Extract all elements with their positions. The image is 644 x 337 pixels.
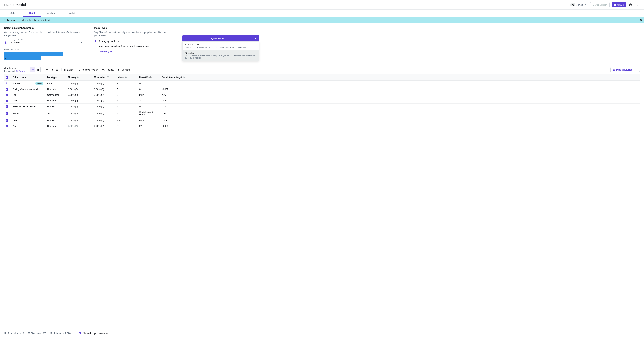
sigma-icon: Σ bbox=[118, 68, 120, 71]
header-data-type[interactable]: Data type bbox=[46, 74, 67, 80]
grid-view-button[interactable] bbox=[35, 67, 40, 72]
replace-button[interactable]: Replace bbox=[102, 68, 114, 71]
table-header: Column name↓ Data type Missingi Mismatch… bbox=[4, 74, 640, 80]
info-icon: i bbox=[124, 76, 126, 78]
target-icon bbox=[4, 41, 7, 44]
row-checkbox[interactable]: ✓ bbox=[6, 88, 8, 90]
cell-corr: -- bbox=[160, 80, 640, 86]
banner-close-button[interactable]: ✕ bbox=[640, 18, 642, 22]
header-mean-mode[interactable]: Mean / Mode bbox=[138, 74, 160, 80]
pencil-icon[interactable] bbox=[25, 70, 28, 72]
lightbulb-icon bbox=[94, 40, 97, 42]
remove-rows-button[interactable]: Remove rows by bbox=[78, 68, 98, 71]
model-type-desc: SageMaker Canvas automatically recommend… bbox=[94, 31, 169, 37]
add-version-button[interactable]: ⊕ Add version bbox=[590, 2, 610, 7]
search-button[interactable] bbox=[51, 68, 53, 71]
sort-button[interactable] bbox=[56, 68, 58, 71]
extract-icon bbox=[64, 68, 66, 71]
data-visualizer-button[interactable]: Data visualizer bbox=[610, 67, 634, 72]
dropdown-option-standard[interactable]: Standard build Choose accuracy over spee… bbox=[182, 42, 258, 50]
cell-corr: N/A bbox=[160, 92, 640, 98]
tab-analyze[interactable]: Analyze bbox=[41, 10, 62, 17]
row-checkbox[interactable]: ✓ bbox=[6, 112, 8, 115]
cell-mean: 0 bbox=[138, 80, 160, 86]
more-button[interactable] bbox=[635, 2, 640, 7]
svg-rect-28 bbox=[613, 70, 614, 70]
build-button-label: Quick build bbox=[182, 35, 252, 41]
svg-point-27 bbox=[102, 68, 104, 70]
history-button[interactable] bbox=[628, 2, 633, 7]
header-unique[interactable]: Uniquei bbox=[115, 74, 138, 80]
extract-button[interactable]: Extract bbox=[64, 68, 74, 71]
data-section: titanic.csv Full dataset: 887 rows bbox=[0, 65, 644, 129]
cell-type: Text bbox=[46, 109, 67, 118]
target-row-icon bbox=[6, 82, 10, 85]
config-panels: Select a column to predict Choose the ta… bbox=[0, 23, 644, 65]
target-column-select[interactable]: Target column Survived ▼ bbox=[9, 40, 84, 45]
filter-button[interactable] bbox=[46, 68, 48, 71]
version-selector[interactable]: V1 Draft ▼ bbox=[569, 2, 588, 7]
filter-icon bbox=[46, 68, 48, 71]
tab-select[interactable]: Select bbox=[4, 10, 23, 17]
cell-mean: 0 bbox=[138, 86, 160, 92]
header-actions: V1 Draft ▼ ⊕ Add version Share bbox=[569, 2, 640, 7]
cell-corr: N/A bbox=[160, 109, 640, 118]
banner-message: No issues have been found in your datase… bbox=[7, 19, 50, 21]
share-button[interactable]: Share bbox=[612, 2, 626, 7]
cell-unique: 72 bbox=[115, 123, 138, 129]
info-icon: i bbox=[107, 76, 109, 78]
cell-corr: -0.056 bbox=[160, 123, 640, 129]
change-type-link[interactable]: Change type bbox=[99, 50, 169, 53]
row-checkbox[interactable]: ✓ bbox=[6, 125, 8, 127]
header-mismatched[interactable]: Mismatchedi bbox=[93, 74, 115, 80]
people-icon bbox=[614, 4, 616, 6]
list-icon bbox=[32, 68, 34, 71]
header: titanic-model V1 Draft ▼ ⊕ Add version S… bbox=[0, 0, 644, 10]
svg-rect-8 bbox=[95, 42, 96, 42]
page-title: titanic-model bbox=[4, 3, 26, 7]
cell-mismatched: 0.00% (0) bbox=[93, 123, 115, 129]
cell-mismatched: 0.00% (0) bbox=[93, 86, 115, 92]
svg-point-5 bbox=[3, 19, 5, 21]
cell-column-name: Pclass bbox=[11, 98, 46, 104]
full-dataset-label: Full dataset: bbox=[4, 70, 16, 72]
list-view-button[interactable] bbox=[30, 67, 35, 72]
header-column-name[interactable]: Column name↓ bbox=[11, 74, 46, 80]
cell-type: Numeric bbox=[46, 86, 67, 92]
more-vertical-icon bbox=[636, 4, 639, 6]
header-missing[interactable]: Missingi bbox=[67, 74, 93, 80]
option-title: Quick build bbox=[185, 52, 256, 54]
data-file-info: titanic.csv Full dataset: 887 rows bbox=[4, 67, 28, 72]
svg-point-19 bbox=[51, 68, 52, 70]
cell-mean: male bbox=[138, 92, 160, 98]
row-checkbox[interactable]: ✓ bbox=[6, 119, 8, 122]
model-explanation: Your model classifies Survived into two … bbox=[99, 45, 169, 47]
build-dropdown-toggle[interactable]: ▴ bbox=[252, 35, 259, 41]
cell-type: Binary bbox=[46, 80, 67, 86]
svg-point-2 bbox=[637, 4, 638, 4]
quick-build-button[interactable]: Quick build ▴ bbox=[182, 35, 259, 41]
cell-type: Numeric bbox=[46, 118, 67, 123]
functions-button[interactable]: Σ Functions bbox=[118, 68, 130, 71]
cell-column-name: SurvivedTarget bbox=[11, 80, 46, 86]
tab-predict[interactable]: Predict bbox=[62, 10, 81, 17]
select-all-checkbox[interactable] bbox=[6, 76, 8, 79]
table-row: ✓NameText0.00% (0)0.00% (0)887Capt. Edwa… bbox=[4, 109, 640, 118]
svg-line-20 bbox=[52, 70, 53, 71]
cell-mismatched: 0.00% (0) bbox=[93, 104, 115, 109]
header-correlation[interactable]: Correlation to targeti bbox=[160, 74, 640, 80]
model-type-panel: Model type SageMaker Canvas automaticall… bbox=[89, 26, 174, 61]
option-title: Standard build bbox=[185, 43, 256, 46]
row-checkbox[interactable]: ✓ bbox=[6, 94, 8, 96]
tab-build[interactable]: Build bbox=[23, 10, 41, 17]
cell-mismatched: 0.00% (0) bbox=[93, 98, 115, 104]
cell-unique: 248 bbox=[115, 118, 138, 123]
row-checkbox[interactable]: ✓ bbox=[6, 105, 8, 108]
cell-column-name: Siblings/Spouses Aboard bbox=[11, 86, 46, 92]
chevron-down-icon: ▼ bbox=[585, 4, 586, 6]
collapse-button[interactable]: ︽ bbox=[636, 68, 640, 72]
cell-mismatched: 0.00% (0) bbox=[93, 109, 115, 118]
row-checkbox[interactable]: ✓ bbox=[6, 100, 8, 102]
dropdown-option-quick[interactable]: Quick build Choose speed over accuracy. … bbox=[182, 50, 258, 61]
svg-point-13 bbox=[32, 70, 32, 70]
